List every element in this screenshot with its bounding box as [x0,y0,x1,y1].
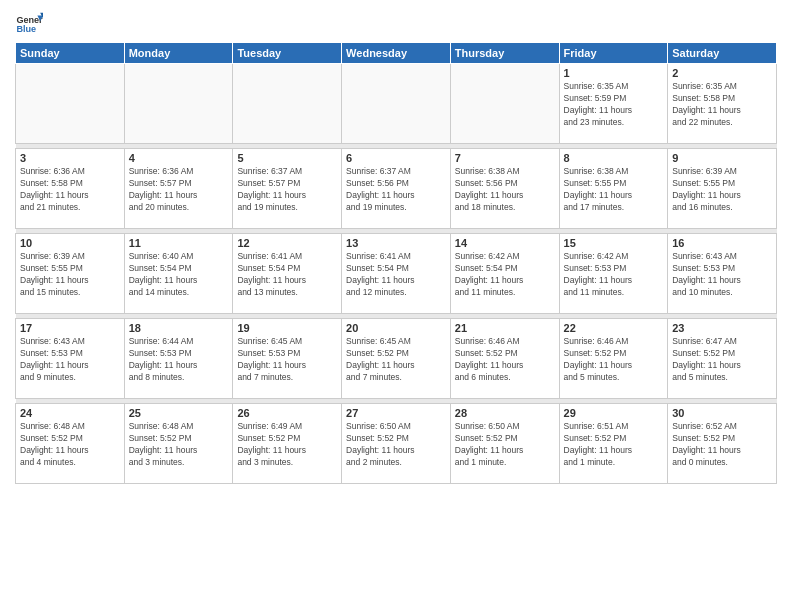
day-info: Sunrise: 6:46 AM Sunset: 5:52 PM Dayligh… [455,336,555,384]
weekday-header-monday: Monday [124,43,233,64]
day-info: Sunrise: 6:45 AM Sunset: 5:53 PM Dayligh… [237,336,337,384]
day-number: 4 [129,152,229,164]
day-info: Sunrise: 6:39 AM Sunset: 5:55 PM Dayligh… [20,251,120,299]
day-info: Sunrise: 6:48 AM Sunset: 5:52 PM Dayligh… [129,421,229,469]
calendar-cell: 27Sunrise: 6:50 AM Sunset: 5:52 PM Dayli… [342,404,451,484]
weekday-header-sunday: Sunday [16,43,125,64]
day-info: Sunrise: 6:40 AM Sunset: 5:54 PM Dayligh… [129,251,229,299]
calendar-cell: 24Sunrise: 6:48 AM Sunset: 5:52 PM Dayli… [16,404,125,484]
day-number: 5 [237,152,337,164]
calendar-week-4: 24Sunrise: 6:48 AM Sunset: 5:52 PM Dayli… [16,404,777,484]
day-number: 9 [672,152,772,164]
calendar-cell: 25Sunrise: 6:48 AM Sunset: 5:52 PM Dayli… [124,404,233,484]
calendar-cell: 9Sunrise: 6:39 AM Sunset: 5:55 PM Daylig… [668,149,777,229]
calendar-cell: 11Sunrise: 6:40 AM Sunset: 5:54 PM Dayli… [124,234,233,314]
weekday-header-wednesday: Wednesday [342,43,451,64]
calendar-cell [233,64,342,144]
calendar-cell: 10Sunrise: 6:39 AM Sunset: 5:55 PM Dayli… [16,234,125,314]
day-info: Sunrise: 6:43 AM Sunset: 5:53 PM Dayligh… [20,336,120,384]
day-number: 23 [672,322,772,334]
day-number: 18 [129,322,229,334]
weekday-header-saturday: Saturday [668,43,777,64]
day-info: Sunrise: 6:38 AM Sunset: 5:56 PM Dayligh… [455,166,555,214]
day-number: 8 [564,152,664,164]
calendar-cell [124,64,233,144]
calendar-header-row: SundayMondayTuesdayWednesdayThursdayFrid… [16,43,777,64]
day-info: Sunrise: 6:51 AM Sunset: 5:52 PM Dayligh… [564,421,664,469]
weekday-header-tuesday: Tuesday [233,43,342,64]
day-number: 26 [237,407,337,419]
page-header: General Blue [15,10,777,38]
day-number: 10 [20,237,120,249]
calendar-cell: 18Sunrise: 6:44 AM Sunset: 5:53 PM Dayli… [124,319,233,399]
day-number: 17 [20,322,120,334]
calendar-cell: 12Sunrise: 6:41 AM Sunset: 5:54 PM Dayli… [233,234,342,314]
calendar-cell [16,64,125,144]
day-info: Sunrise: 6:39 AM Sunset: 5:55 PM Dayligh… [672,166,772,214]
day-number: 30 [672,407,772,419]
logo-icon: General Blue [15,10,43,38]
day-number: 24 [20,407,120,419]
calendar-cell [450,64,559,144]
weekday-header-thursday: Thursday [450,43,559,64]
day-info: Sunrise: 6:38 AM Sunset: 5:55 PM Dayligh… [564,166,664,214]
svg-text:Blue: Blue [16,24,36,34]
day-info: Sunrise: 6:41 AM Sunset: 5:54 PM Dayligh… [237,251,337,299]
day-number: 7 [455,152,555,164]
day-number: 21 [455,322,555,334]
day-info: Sunrise: 6:52 AM Sunset: 5:52 PM Dayligh… [672,421,772,469]
calendar-cell: 2Sunrise: 6:35 AM Sunset: 5:58 PM Daylig… [668,64,777,144]
day-info: Sunrise: 6:45 AM Sunset: 5:52 PM Dayligh… [346,336,446,384]
calendar-week-0: 1Sunrise: 6:35 AM Sunset: 5:59 PM Daylig… [16,64,777,144]
day-info: Sunrise: 6:35 AM Sunset: 5:59 PM Dayligh… [564,81,664,129]
calendar-cell [342,64,451,144]
day-info: Sunrise: 6:44 AM Sunset: 5:53 PM Dayligh… [129,336,229,384]
day-info: Sunrise: 6:47 AM Sunset: 5:52 PM Dayligh… [672,336,772,384]
day-info: Sunrise: 6:37 AM Sunset: 5:57 PM Dayligh… [237,166,337,214]
day-number: 1 [564,67,664,79]
day-number: 15 [564,237,664,249]
calendar-cell: 28Sunrise: 6:50 AM Sunset: 5:52 PM Dayli… [450,404,559,484]
day-number: 28 [455,407,555,419]
day-info: Sunrise: 6:49 AM Sunset: 5:52 PM Dayligh… [237,421,337,469]
day-number: 2 [672,67,772,79]
day-number: 22 [564,322,664,334]
calendar-table: SundayMondayTuesdayWednesdayThursdayFrid… [15,42,777,484]
calendar-cell: 17Sunrise: 6:43 AM Sunset: 5:53 PM Dayli… [16,319,125,399]
calendar-cell: 7Sunrise: 6:38 AM Sunset: 5:56 PM Daylig… [450,149,559,229]
day-number: 3 [20,152,120,164]
calendar-cell: 23Sunrise: 6:47 AM Sunset: 5:52 PM Dayli… [668,319,777,399]
day-info: Sunrise: 6:41 AM Sunset: 5:54 PM Dayligh… [346,251,446,299]
day-number: 20 [346,322,446,334]
day-number: 14 [455,237,555,249]
weekday-header-friday: Friday [559,43,668,64]
day-info: Sunrise: 6:36 AM Sunset: 5:58 PM Dayligh… [20,166,120,214]
calendar-week-1: 3Sunrise: 6:36 AM Sunset: 5:58 PM Daylig… [16,149,777,229]
calendar-cell: 5Sunrise: 6:37 AM Sunset: 5:57 PM Daylig… [233,149,342,229]
calendar-cell: 4Sunrise: 6:36 AM Sunset: 5:57 PM Daylig… [124,149,233,229]
day-number: 27 [346,407,446,419]
day-info: Sunrise: 6:50 AM Sunset: 5:52 PM Dayligh… [455,421,555,469]
day-number: 13 [346,237,446,249]
calendar-cell: 16Sunrise: 6:43 AM Sunset: 5:53 PM Dayli… [668,234,777,314]
day-info: Sunrise: 6:35 AM Sunset: 5:58 PM Dayligh… [672,81,772,129]
day-info: Sunrise: 6:43 AM Sunset: 5:53 PM Dayligh… [672,251,772,299]
calendar-cell: 30Sunrise: 6:52 AM Sunset: 5:52 PM Dayli… [668,404,777,484]
calendar-cell: 19Sunrise: 6:45 AM Sunset: 5:53 PM Dayli… [233,319,342,399]
calendar-cell: 13Sunrise: 6:41 AM Sunset: 5:54 PM Dayli… [342,234,451,314]
day-number: 16 [672,237,772,249]
calendar-cell: 29Sunrise: 6:51 AM Sunset: 5:52 PM Dayli… [559,404,668,484]
day-number: 12 [237,237,337,249]
calendar-cell: 21Sunrise: 6:46 AM Sunset: 5:52 PM Dayli… [450,319,559,399]
calendar-cell: 6Sunrise: 6:37 AM Sunset: 5:56 PM Daylig… [342,149,451,229]
day-number: 29 [564,407,664,419]
calendar-cell: 26Sunrise: 6:49 AM Sunset: 5:52 PM Dayli… [233,404,342,484]
logo: General Blue [15,10,43,38]
calendar-week-2: 10Sunrise: 6:39 AM Sunset: 5:55 PM Dayli… [16,234,777,314]
day-number: 6 [346,152,446,164]
calendar-cell: 8Sunrise: 6:38 AM Sunset: 5:55 PM Daylig… [559,149,668,229]
day-number: 25 [129,407,229,419]
calendar-cell: 1Sunrise: 6:35 AM Sunset: 5:59 PM Daylig… [559,64,668,144]
day-info: Sunrise: 6:48 AM Sunset: 5:52 PM Dayligh… [20,421,120,469]
calendar-cell: 3Sunrise: 6:36 AM Sunset: 5:58 PM Daylig… [16,149,125,229]
